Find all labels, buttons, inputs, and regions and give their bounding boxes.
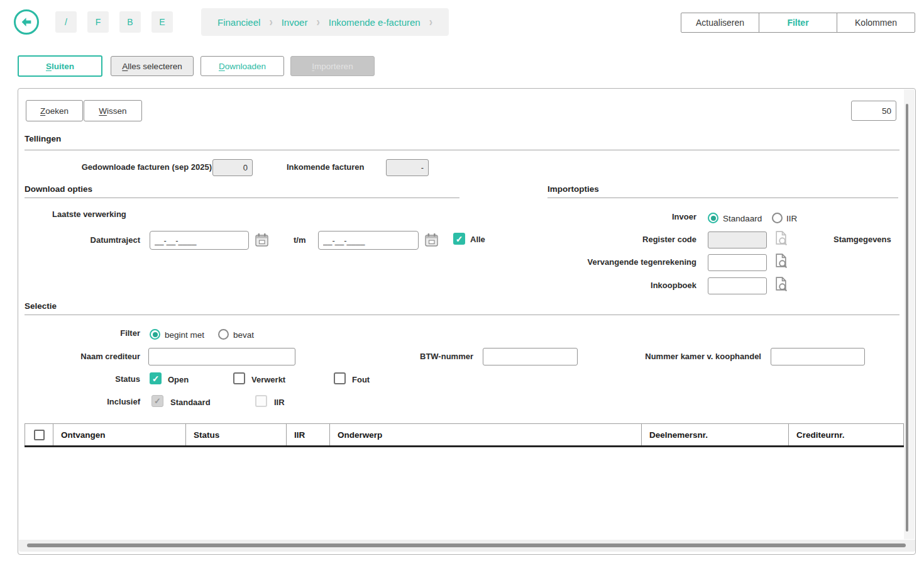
- status-open-checkbox[interactable]: ✓: [150, 372, 162, 384]
- datumtraject-label: Datumtraject: [52, 235, 140, 245]
- quick-buttons: / F B E: [55, 11, 173, 33]
- filter-begint-met-radio[interactable]: [150, 329, 160, 340]
- column-header-iir[interactable]: IIR: [287, 424, 330, 445]
- status-open-label: Open: [168, 375, 189, 384]
- filter-label: Filter: [52, 328, 140, 338]
- zoeken-button[interactable]: Zoeken: [26, 100, 83, 121]
- vervangende-tegenrekening-lookup-button[interactable]: [774, 253, 788, 270]
- results-table-body: [25, 447, 904, 538]
- column-header-onderwerp[interactable]: Onderwerp: [330, 424, 642, 445]
- quick-button-b[interactable]: B: [119, 11, 141, 33]
- invoer-label: Invoer: [533, 212, 696, 221]
- downloaden-button[interactable]: Downloaden: [201, 56, 284, 76]
- breadcrumb: Financieel › Invoer › Inkomende e-factur…: [201, 8, 449, 36]
- breadcrumb-item-inkomende-e-facturen[interactable]: Inkomende e-facturen: [329, 17, 421, 28]
- downloaded-invoices-label: Gedownloade facturen (sep 2025): [43, 162, 212, 172]
- filter-begint-met-label: begint met: [165, 330, 204, 340]
- status-fout-checkbox[interactable]: [334, 372, 346, 384]
- inclusief-iir-checkbox: [255, 395, 267, 407]
- stamgegevens-label[interactable]: Stamgegevens: [833, 235, 891, 244]
- results-table-header: Ontvangen Status IIR Onderwerp Deelnemer…: [25, 423, 904, 447]
- tellingen-section-title: Tellingen: [25, 134, 61, 143]
- filter-bevat-radio[interactable]: [218, 329, 229, 340]
- back-button[interactable]: [14, 9, 39, 35]
- quick-button-f[interactable]: F: [87, 11, 109, 33]
- filter-button[interactable]: Filter: [759, 13, 837, 33]
- actualiseren-button[interactable]: Actualiseren: [681, 13, 759, 33]
- inclusief-iir-label: IIR: [274, 398, 285, 407]
- alles-selecteren-button[interactable]: Alles selecteren: [111, 56, 194, 76]
- select-all-cell: [25, 424, 53, 445]
- invoer-standaard-label: Standaard: [723, 214, 762, 223]
- document-search-icon: [774, 253, 788, 269]
- importopties-section-title: Importopties: [547, 184, 599, 194]
- register-code-input: [708, 231, 767, 248]
- page-size-input[interactable]: [851, 101, 896, 121]
- vertical-scrollbar-thumb[interactable]: [906, 104, 908, 532]
- section-divider: [25, 150, 899, 150]
- section-divider: [547, 198, 898, 198]
- section-divider: [25, 198, 459, 198]
- importeren-button: Importeren: [290, 56, 375, 76]
- inclusief-standaard-checkbox: ✓: [151, 395, 163, 407]
- inclusief-label: Inclusief: [52, 397, 140, 406]
- kvk-nummer-input[interactable]: [771, 348, 865, 365]
- incoming-invoices-label: Inkomende facturen: [287, 162, 365, 172]
- sluiten-button[interactable]: Sluiten: [18, 55, 102, 77]
- inkoopboek-lookup-button[interactable]: [774, 276, 788, 294]
- chevron-right-icon: ›: [316, 15, 319, 30]
- register-code-label: Register code: [533, 235, 696, 244]
- btw-nummer-label: BTW-nummer: [379, 352, 473, 361]
- quick-button-e[interactable]: E: [151, 11, 173, 33]
- breadcrumb-item-invoer[interactable]: Invoer: [282, 17, 308, 28]
- select-all-checkbox[interactable]: [34, 430, 45, 440]
- horizontal-scrollbar-thumb[interactable]: [27, 543, 906, 547]
- column-header-crediteurnr[interactable]: Crediteurnr.: [789, 424, 904, 445]
- column-header-ontvangen[interactable]: Ontvangen: [53, 424, 186, 445]
- inkoopboek-input[interactable]: [708, 277, 767, 294]
- alle-checkbox-label: Alle: [470, 235, 485, 244]
- naam-crediteur-input[interactable]: [148, 348, 295, 365]
- register-code-lookup-button: [774, 230, 788, 248]
- status-verwerkt-checkbox[interactable]: [233, 372, 245, 384]
- kolommen-button[interactable]: Kolommen: [837, 13, 915, 33]
- chevron-right-icon: ›: [429, 15, 432, 30]
- calendar-icon: [424, 232, 439, 247]
- naam-crediteur-label: Naam crediteur: [52, 352, 140, 361]
- chevron-right-icon: ›: [269, 15, 272, 30]
- date-to-calendar-button[interactable]: [424, 232, 439, 249]
- column-header-deelnemersnr[interactable]: Deelnemersnr.: [642, 424, 789, 445]
- document-search-icon: [774, 276, 788, 292]
- date-to-input[interactable]: [318, 231, 419, 250]
- btw-nummer-input[interactable]: [483, 348, 578, 365]
- status-verwerkt-label: Verwerkt: [251, 375, 285, 384]
- invoer-standaard-radio[interactable]: [708, 213, 718, 223]
- wissen-button[interactable]: Wissen: [84, 100, 142, 121]
- inkoopboek-label: Inkoopboek: [533, 281, 696, 290]
- incoming-invoices-value: [386, 159, 429, 176]
- alle-checkbox[interactable]: ✓: [453, 233, 465, 245]
- vervangende-tegenrekening-input[interactable]: [708, 254, 767, 271]
- downloaded-invoices-value: [212, 159, 253, 176]
- status-label: Status: [52, 374, 140, 384]
- status-fout-label: Fout: [352, 375, 370, 384]
- quick-button-slash[interactable]: /: [55, 11, 77, 33]
- calendar-icon: [255, 232, 269, 247]
- kvk-nummer-label: Nummer kamer v. koophandel: [591, 352, 761, 361]
- download-opties-section-title: Download opties: [25, 184, 92, 194]
- selectie-section-title: Selectie: [25, 301, 57, 311]
- breadcrumb-item-financieel[interactable]: Financieel: [217, 17, 260, 28]
- filter-bevat-label: bevat: [233, 330, 254, 340]
- invoer-iir-radio[interactable]: [772, 213, 783, 223]
- inclusief-standaard-label: Standaard: [170, 398, 211, 407]
- laatste-verwerking-label: Laatste verwerking: [52, 209, 126, 219]
- invoer-iir-label: IIR: [786, 214, 797, 223]
- back-arrow-icon: [19, 15, 33, 29]
- date-from-calendar-button[interactable]: [255, 232, 269, 249]
- date-from-input[interactable]: [150, 231, 249, 250]
- filter-panel: Zoeken Wissen Tellingen Gedownloade fact…: [18, 88, 916, 555]
- document-search-icon: [774, 230, 788, 246]
- vervangende-tegenrekening-label: Vervangende tegenrekening: [533, 257, 696, 267]
- column-header-status[interactable]: Status: [186, 424, 287, 445]
- through-label: t/m: [294, 235, 306, 245]
